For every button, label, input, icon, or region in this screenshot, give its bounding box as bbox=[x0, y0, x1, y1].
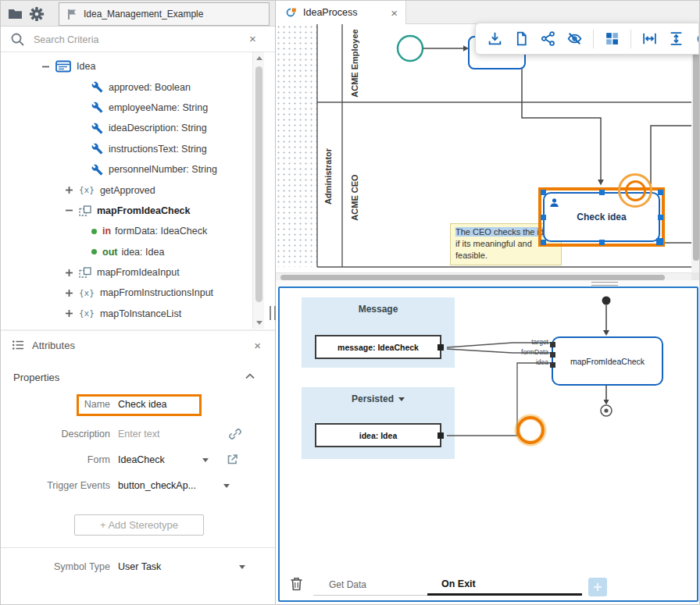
mapping-connectors bbox=[280, 288, 697, 600]
project-tab[interactable]: Idea_Management_Example bbox=[59, 2, 270, 26]
map-from-idea-check-node[interactable]: mapFromIdeaCheck bbox=[552, 336, 663, 386]
distribute-horizontal-icon[interactable] bbox=[641, 30, 658, 47]
note-line: feasible. bbox=[455, 251, 488, 260]
wrench-icon bbox=[91, 143, 103, 155]
document-icon[interactable] bbox=[513, 30, 530, 47]
input-port-form-data[interactable] bbox=[550, 352, 555, 358]
symbol-type-value[interactable]: User Task bbox=[118, 561, 161, 572]
mapping-editor-panel[interactable]: Message message: IdeaCheck Persisted ide… bbox=[278, 286, 698, 602]
tree-item-label: mapFromIdeaCheck bbox=[97, 205, 190, 216]
property-row-symbol-type: Symbol Type User Task bbox=[1, 559, 275, 578]
tree-item-attribute[interactable]: instructionsText: String bbox=[1, 139, 252, 159]
search-input[interactable] bbox=[34, 30, 235, 48]
tab-get-data[interactable]: Get Data bbox=[313, 574, 427, 596]
tree-item-label: formData: IdeaCheck bbox=[115, 226, 207, 237]
expand-plus-icon[interactable] bbox=[65, 289, 73, 297]
tree-item-attribute[interactable]: personnelNumber: String bbox=[1, 159, 252, 180]
name-value[interactable]: Check idea bbox=[118, 399, 167, 410]
tree-item-label: mapToInstanceList bbox=[100, 308, 181, 319]
form-label: Form bbox=[1, 454, 110, 465]
collapse-minus-icon[interactable] bbox=[65, 206, 73, 215]
add-stereotype-button[interactable]: + Add Stereotype bbox=[74, 514, 204, 536]
note-line: if its meaningful and bbox=[455, 239, 532, 248]
refresh-icon-clipped[interactable] bbox=[695, 30, 699, 47]
trigger-dropdown-caret-icon[interactable] bbox=[223, 484, 230, 488]
hide-eye-off-icon[interactable] bbox=[566, 30, 583, 47]
tree-scrollbar[interactable] bbox=[252, 52, 264, 329]
plus-icon bbox=[593, 582, 602, 592]
input-port-idea[interactable] bbox=[550, 362, 555, 368]
left-toolbar: Idea_Management_Example bbox=[1, 1, 275, 27]
layout-grid-icon[interactable] bbox=[604, 30, 620, 47]
tree-item-attribute[interactable]: ideaDescription: String bbox=[1, 118, 252, 138]
description-value[interactable]: Enter text bbox=[118, 429, 160, 440]
tree-scrollbar-thumb[interactable] bbox=[255, 66, 262, 302]
horizontal-splitter[interactable] bbox=[276, 280, 700, 286]
attributes-header: Attributes × bbox=[1, 329, 275, 359]
tab-close-button[interactable]: × bbox=[391, 7, 398, 19]
diagram-vertical-scrollbar[interactable] bbox=[691, 24, 700, 272]
tree-item-operation[interactable]: {x} getApproved bbox=[1, 180, 252, 200]
expand-plus-icon[interactable] bbox=[65, 269, 73, 277]
tree-item-parameter-out[interactable]: out idea: Idea bbox=[1, 242, 252, 262]
tree-item-mapping-selected[interactable]: mapFromIdeaCheck bbox=[1, 201, 252, 221]
selection-handle-resize[interactable] bbox=[656, 238, 663, 245]
description-label: Description bbox=[1, 429, 110, 440]
tree-item-label: employeeName: String bbox=[109, 102, 208, 113]
toolbar-separator bbox=[630, 30, 631, 48]
scroll-down-icon[interactable] bbox=[256, 321, 262, 325]
search-bar: × bbox=[1, 27, 275, 52]
form-value[interactable]: IdeaCheck bbox=[118, 454, 165, 465]
task-label: Check idea bbox=[545, 212, 659, 222]
selection-handle[interactable] bbox=[599, 190, 605, 195]
bpmn-diagram-canvas[interactable]: ACME Employee Administrator ACME CEO The… bbox=[276, 24, 700, 272]
tree-item-operation[interactable]: {x} mapToInstanceList bbox=[1, 304, 252, 324]
wrench-icon bbox=[91, 164, 103, 176]
open-external-icon[interactable] bbox=[226, 453, 239, 466]
tree-item-attribute[interactable]: employeeName: String bbox=[1, 98, 252, 118]
input-port-target[interactable] bbox=[550, 342, 555, 347]
settings-button[interactable] bbox=[27, 4, 47, 24]
left-panel: Idea_Management_Example × Idea approved:… bbox=[1, 1, 276, 605]
click-indicator-ring bbox=[516, 416, 545, 444]
selection-handle[interactable] bbox=[541, 190, 546, 195]
expand-plus-icon[interactable] bbox=[65, 186, 73, 194]
h-scrollbar-thumb[interactable] bbox=[280, 275, 665, 280]
scroll-up-icon[interactable] bbox=[256, 56, 262, 60]
tree-item-parameter-in[interactable]: in formData: IdeaCheck bbox=[1, 221, 252, 241]
diagram-horizontal-scrollbar[interactable] bbox=[276, 272, 691, 280]
tab-idea-process[interactable]: IdeaProcess × bbox=[276, 1, 406, 24]
link-icon[interactable] bbox=[228, 427, 242, 441]
selection-handle[interactable] bbox=[541, 215, 546, 220]
expand-plus-icon[interactable] bbox=[65, 309, 73, 318]
panel-drag-handle[interactable] bbox=[270, 306, 276, 320]
form-dropdown-caret-icon[interactable] bbox=[202, 458, 209, 462]
tree-item-attribute[interactable]: approved: Boolean bbox=[1, 77, 252, 97]
selection-handle[interactable] bbox=[541, 240, 546, 245]
tab-on-exit[interactable]: On Exit bbox=[427, 574, 582, 596]
tree-item-label: mapFromIdeaInput bbox=[97, 267, 180, 278]
distribute-vertical-icon[interactable] bbox=[668, 30, 684, 47]
tree-item-operation[interactable]: {x} mapFromInstructionsInput bbox=[1, 283, 252, 303]
symbol-type-dropdown-caret-icon[interactable] bbox=[239, 565, 245, 569]
share-icon[interactable] bbox=[540, 30, 556, 47]
add-tab-button[interactable] bbox=[588, 578, 607, 596]
download-icon[interactable] bbox=[487, 30, 503, 47]
folder-button[interactable] bbox=[5, 4, 25, 24]
selection-handle[interactable] bbox=[658, 215, 663, 220]
tree-item-idea[interactable]: Idea bbox=[1, 56, 252, 77]
attributes-close-button[interactable]: × bbox=[254, 340, 261, 351]
tab-label: IdeaProcess bbox=[303, 7, 357, 18]
selection-handle[interactable] bbox=[658, 190, 663, 195]
selection-handle[interactable] bbox=[599, 240, 605, 245]
operation-icon: {x} bbox=[79, 288, 95, 298]
property-row-trigger-events: Trigger Events button_checkAp... bbox=[1, 478, 275, 496]
collapse-minus-icon[interactable] bbox=[41, 62, 50, 71]
search-clear-button[interactable]: × bbox=[249, 33, 256, 44]
tree-item-mapping[interactable]: mapFromIdeaInput bbox=[1, 262, 252, 283]
delete-mapping-button[interactable] bbox=[289, 576, 304, 595]
chevron-up-icon[interactable] bbox=[245, 373, 255, 379]
trigger-events-value[interactable]: button_checkAp... bbox=[118, 480, 196, 491]
splitter-grip-icon[interactable] bbox=[591, 282, 618, 286]
v-scrollbar-thumb[interactable] bbox=[693, 27, 699, 261]
